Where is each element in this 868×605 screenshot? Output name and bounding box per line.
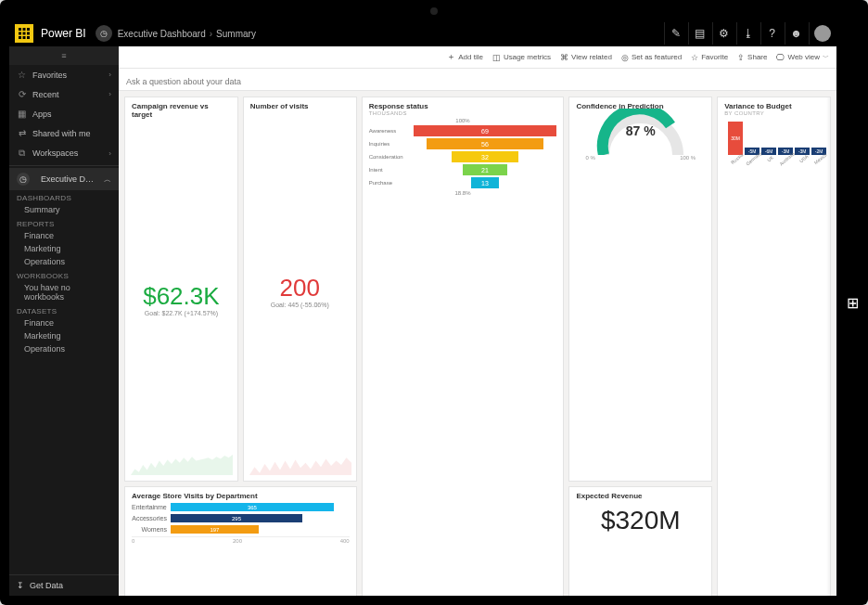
edit-icon[interactable]: ✎ [664, 22, 686, 45]
funnel-step: Inquiries 56 [369, 138, 557, 149]
user-avatar[interactable] [809, 22, 831, 45]
target-icon: ◎ [621, 53, 629, 62]
current-workspace[interactable]: ◷ Executive Dashbo… ︿ [9, 168, 119, 190]
funnel-step: Awareness 69 [369, 125, 557, 136]
sidenav-collapse-icon[interactable]: ≡ [9, 46, 119, 65]
sparkline [131, 455, 233, 475]
chevron-up-icon: ︿ [104, 174, 111, 185]
svg-rect-1 [23, 28, 26, 31]
windows-logo: ⊞ [847, 294, 859, 312]
bar-row: Accessories 295 [132, 514, 350, 522]
sidenav-sub-item[interactable]: You have no workbooks [9, 281, 119, 303]
funnel-step: Purchase 13 [369, 177, 557, 188]
command-bar: ＋Add tile ◫Usage metrics ⌘View related ◎… [119, 46, 836, 69]
get-data-button[interactable]: ↧ Get Data [9, 574, 119, 596]
clock-icon: ⟳ [17, 89, 27, 99]
tile-campaign-revenue[interactable]: Campaign revenue vs target $62.3K Goal: … [124, 97, 238, 482]
global-topbar: Power BI ◷ Executive Dashboard › Summary… [9, 20, 836, 46]
notifications-icon[interactable]: ☻ [785, 22, 807, 45]
svg-rect-7 [23, 36, 26, 39]
kpi-value: $62.3K [143, 284, 219, 308]
sidenav-section-heading: REPORTS [9, 216, 119, 229]
workspace-icon: ◷ [96, 25, 112, 42]
sidenav-section-heading: DATASETS [9, 303, 119, 316]
sidenav-item-recent[interactable]: ⟳Recent› [9, 84, 119, 104]
sidenav-sub-item[interactable]: Marketing [9, 242, 119, 255]
sidenav-sub-item[interactable]: Finance [9, 316, 119, 329]
sidenav-item-favorites[interactable]: ☆Favorites› [9, 65, 119, 84]
qna-input[interactable] [126, 73, 829, 90]
workspace-avatar-icon: ◷ [17, 173, 30, 186]
web-view-button[interactable]: 🖵Web view﹀ [776, 53, 829, 62]
share-icon: ⇄ [17, 128, 27, 138]
set-featured-button[interactable]: ◎Set as featured [621, 53, 682, 62]
svg-rect-0 [19, 28, 21, 31]
breadcrumb-workspace[interactable]: Executive Dashboard [118, 29, 206, 39]
funnel-step: Intent 21 [369, 164, 557, 175]
sidenav-section-heading: DASHBOARDS [9, 190, 119, 203]
bar-row: Entertainment 365 [132, 503, 350, 511]
breadcrumb[interactable]: Executive Dashboard › Summary [118, 29, 256, 39]
share-icon: ⇪ [737, 53, 745, 62]
get-data-icon: ↧ [17, 581, 24, 590]
chart-icon: ◫ [492, 53, 501, 62]
qna-bar [119, 69, 836, 91]
expected-revenue-value: $320M [576, 500, 705, 535]
layers-icon: ⧉ [17, 148, 27, 159]
sidenav: ≡ ☆Favorites›⟳Recent›▦Apps⇄Shared with m… [9, 46, 119, 596]
bar-row: Womens 197 [132, 525, 350, 534]
tile-number-of-visits[interactable]: Number of visits 200 Goal: 445 (-55.06%) [243, 97, 357, 482]
grid-icon: ▦ [17, 109, 27, 119]
brand-label: Power BI [41, 27, 86, 40]
help-icon[interactable]: ? [760, 22, 783, 45]
tile-variance-budget[interactable]: Variance to Budget BY COUNTRY 30M Russia… [717, 97, 831, 596]
sidenav-item-apps[interactable]: ▦Apps [9, 104, 119, 123]
share-button[interactable]: ⇪Share [737, 53, 767, 62]
sidenav-sub-item[interactable]: Operations [9, 255, 119, 268]
chevron-right-icon: › [108, 90, 111, 98]
sparkline [249, 455, 351, 475]
tile-confidence[interactable]: Confidence in Prediction 87 % 0 % 1 [568, 97, 712, 482]
favorite-button[interactable]: ☆Favorite [691, 53, 728, 62]
sidenav-sub-item[interactable]: Operations [9, 342, 119, 355]
add-tile-button[interactable]: ＋Add tile [447, 51, 483, 63]
funnel-step: Consideration 32 [369, 151, 557, 162]
chevron-right-icon: › [108, 71, 111, 79]
plus-icon: ＋ [447, 51, 455, 63]
sidenav-sub-item[interactable]: Marketing [9, 329, 119, 342]
usage-metrics-button[interactable]: ◫Usage metrics [492, 53, 551, 62]
tile-expected-revenue[interactable]: Expected Revenue $320M [568, 486, 712, 596]
tile-dept-visits[interactable]: Average Store Visits by Department Enter… [124, 486, 357, 596]
download-icon[interactable]: ⭳ [736, 22, 759, 45]
chevron-right-icon: › [108, 149, 111, 158]
svg-rect-8 [27, 36, 30, 39]
get-data-label: Get Data [30, 581, 63, 590]
sidenav-sub-item[interactable]: Summary [9, 203, 119, 216]
breadcrumb-page[interactable]: Summary [216, 29, 256, 39]
main-area: ＋Add tile ◫Usage metrics ⌘View related ◎… [119, 46, 836, 596]
link-icon: ⌘ [560, 53, 568, 62]
star-icon: ☆ [691, 53, 698, 62]
svg-rect-6 [19, 36, 21, 39]
sidenav-item-workspaces[interactable]: ⧉Workspaces› [9, 143, 119, 163]
chevron-down-icon: ﹀ [823, 53, 829, 62]
topbar-actions: ✎ ▤ ⚙ ⭳ ? ☻ [664, 22, 831, 45]
settings-icon[interactable]: ⚙ [712, 22, 734, 45]
svg-rect-2 [27, 28, 30, 31]
svg-rect-5 [27, 32, 30, 35]
svg-rect-4 [23, 32, 26, 35]
kpi-goal: Goal: 445 (-55.06%) [271, 302, 329, 308]
tile-response-status[interactable]: Response status THOUSANDS 100% Awareness… [362, 97, 565, 596]
sidenav-section-heading: WORKBOOKS [9, 268, 119, 281]
sidenav-sub-item[interactable]: Finance [9, 229, 119, 242]
kpi-goal: Goal: $22.7K (+174.57%) [145, 310, 218, 316]
app-launcher-icon[interactable] [15, 24, 33, 43]
tablet-camera [430, 7, 438, 15]
gauge-value: 87 % [626, 123, 656, 138]
workspace-name: Executive Dashbo… [41, 174, 98, 184]
chat-icon[interactable]: ▤ [688, 22, 710, 45]
star-icon: ☆ [17, 70, 27, 80]
sidenav-item-shared-with-me[interactable]: ⇄Shared with me [9, 123, 119, 143]
view-related-button[interactable]: ⌘View related [560, 53, 612, 62]
svg-rect-3 [19, 32, 21, 35]
